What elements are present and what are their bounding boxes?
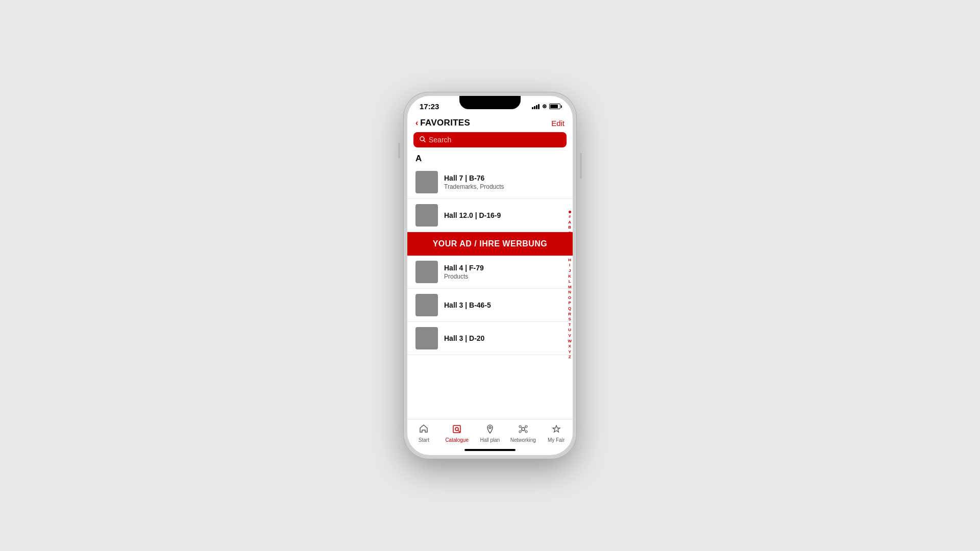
nav-label-hallplan: Hall plan	[480, 437, 500, 443]
alpha-X[interactable]: X	[569, 344, 571, 349]
alphabet-index: # A B C D E F G H I J K L M N O P Q R S	[567, 152, 573, 419]
alpha-hash[interactable]: #	[569, 214, 571, 219]
alpha-Q[interactable]: Q	[568, 306, 571, 311]
alpha-T[interactable]: T	[569, 322, 571, 328]
item-info: Hall 12.0 | D-16-9	[444, 211, 565, 219]
svg-line-12	[524, 427, 525, 428]
catalogue-icon	[452, 424, 462, 436]
svg-point-8	[525, 425, 527, 428]
item-title: Hall 12.0 | D-16-9	[444, 211, 565, 219]
alpha-R[interactable]: R	[568, 312, 571, 317]
nav-item-networking[interactable]: Networking	[510, 424, 536, 443]
wifi-icon: ⊛	[542, 103, 547, 110]
alpha-S[interactable]: S	[569, 317, 571, 322]
back-button[interactable]: ‹	[415, 118, 418, 128]
item-subtitle: Products	[444, 273, 565, 280]
item-subtitle: Trademarks, Products	[444, 183, 565, 190]
alpha-Z[interactable]: Z	[569, 355, 571, 360]
networking-icon	[518, 424, 528, 436]
list-item[interactable]: Hall 3 | B-46-5	[407, 289, 573, 322]
alpha-G[interactable]: G	[568, 252, 571, 257]
item-thumbnail	[415, 204, 438, 227]
phone-screen: 17:23 ⊛ ‹ FAVORITES Edit	[407, 96, 573, 455]
app-header: ‹ FAVORITES Edit	[407, 114, 573, 132]
item-title: Hall 3 | B-46-5	[444, 301, 565, 309]
list-item[interactable]: Hall 3 | D-20	[407, 322, 573, 355]
nav-label-myfair: My Fair	[548, 437, 565, 443]
alpha-I[interactable]: I	[569, 263, 570, 268]
svg-line-11	[521, 427, 522, 428]
nav-item-catalogue[interactable]: Catalogue	[444, 424, 470, 443]
item-thumbnail	[415, 171, 438, 193]
alpha-J[interactable]: J	[569, 268, 571, 273]
nav-label-catalogue: Catalogue	[445, 437, 469, 443]
nav-item-start[interactable]: Start	[410, 423, 437, 443]
alpha-K[interactable]: K	[568, 274, 571, 279]
svg-line-1	[424, 140, 425, 142]
home-bar	[464, 449, 516, 451]
svg-point-9	[519, 431, 521, 433]
nav-label-start: Start	[419, 437, 429, 443]
status-icons: ⊛	[532, 103, 560, 110]
myfair-icon	[551, 424, 561, 436]
item-title: Hall 4 | F-79	[444, 264, 565, 272]
ad-text: YOUR AD / IHRE WERBUNG	[433, 239, 548, 248]
alpha-W[interactable]: W	[568, 339, 572, 344]
hallplan-icon	[485, 424, 495, 436]
alpha-O[interactable]: O	[568, 295, 571, 300]
item-title: Hall 7 | B-76	[444, 174, 565, 182]
section-header-a: A	[407, 152, 573, 166]
svg-point-7	[519, 425, 521, 428]
search-input[interactable]	[429, 136, 560, 144]
signal-icon	[532, 104, 540, 109]
alpha-E[interactable]: E	[569, 241, 571, 246]
ad-banner[interactable]: YOUR AD / IHRE WERBUNG	[407, 232, 573, 256]
item-info: Hall 3 | B-46-5	[444, 301, 565, 309]
svg-point-3	[455, 428, 458, 431]
svg-line-14	[524, 430, 525, 431]
start-icon	[419, 423, 429, 436]
battery-icon	[549, 104, 560, 109]
item-info: Hall 4 | F-79 Products	[444, 264, 565, 280]
alpha-V[interactable]: V	[569, 333, 571, 338]
item-info: Hall 7 | B-76 Trademarks, Products	[444, 174, 565, 190]
list-item[interactable]: Hall 7 | B-76 Trademarks, Products	[407, 166, 573, 199]
svg-point-5	[489, 427, 491, 429]
phone-frame: 17:23 ⊛ ‹ FAVORITES Edit	[403, 92, 577, 459]
search-bar[interactable]	[413, 132, 567, 147]
alpha-P[interactable]: P	[569, 300, 571, 306]
alpha-B[interactable]: B	[568, 225, 571, 230]
header-left: ‹ FAVORITES	[415, 118, 470, 128]
page-title: FAVORITES	[420, 118, 470, 128]
item-thumbnail	[415, 261, 438, 283]
nav-item-hallplan[interactable]: Hall plan	[477, 424, 503, 443]
edit-button[interactable]: Edit	[551, 119, 565, 128]
nav-label-networking: Networking	[510, 437, 536, 443]
alpha-M[interactable]: M	[568, 285, 572, 290]
alpha-N[interactable]: N	[568, 290, 571, 295]
content-area: # A B C D E F G H I J K L M N O P Q R S	[407, 152, 573, 419]
bottom-nav: Start Catalogue	[407, 419, 573, 445]
alpha-D[interactable]: D	[568, 236, 571, 241]
item-thumbnail	[415, 294, 438, 316]
status-time: 17:23	[420, 102, 439, 111]
alpha-F[interactable]: F	[569, 247, 571, 252]
svg-point-10	[525, 431, 527, 433]
alpha-dot	[569, 211, 571, 213]
alpha-U[interactable]: U	[568, 328, 571, 333]
nav-item-myfair[interactable]: My Fair	[543, 424, 570, 443]
home-indicator	[407, 445, 573, 455]
notch	[459, 96, 521, 109]
svg-line-4	[458, 431, 460, 432]
list-item[interactable]: Hall 4 | F-79 Products	[407, 256, 573, 289]
list-item[interactable]: Hall 12.0 | D-16-9	[407, 199, 573, 232]
item-info: Hall 3 | D-20	[444, 334, 565, 342]
alpha-C[interactable]: C	[568, 231, 571, 236]
alpha-Y[interactable]: Y	[569, 349, 571, 355]
alpha-A[interactable]: A	[568, 220, 571, 225]
alpha-H[interactable]: H	[568, 258, 571, 263]
alpha-L[interactable]: L	[569, 279, 571, 284]
svg-line-13	[521, 430, 522, 431]
search-icon	[420, 136, 426, 144]
item-thumbnail	[415, 327, 438, 349]
